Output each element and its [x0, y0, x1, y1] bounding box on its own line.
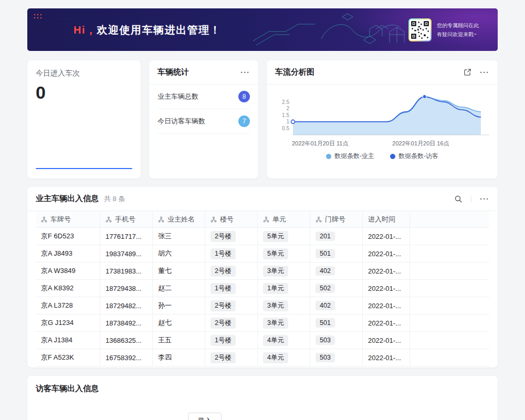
table-cell[interactable]: 李四	[153, 349, 205, 366]
table-cell[interactable]: 501	[310, 245, 363, 262]
table-cell[interactable]	[410, 349, 489, 366]
table-cell[interactable]: 2022-01-...	[363, 297, 410, 314]
table-cell[interactable]: 503	[310, 349, 363, 366]
table-cell[interactable]: 3单元	[258, 297, 310, 314]
table-cell[interactable]: 张三	[153, 228, 205, 245]
table-cell[interactable]: 16758392...	[100, 349, 153, 366]
table-cell[interactable]: 4单元	[258, 349, 310, 366]
column-header[interactable]: 业主姓名	[153, 211, 205, 228]
table-cell[interactable]: 京A L3728	[36, 297, 100, 314]
legend-item[interactable]: 数据条数-访客	[390, 152, 438, 161]
table-cell[interactable]: 2号楼	[205, 314, 258, 332]
table-cell[interactable]: 402	[310, 297, 363, 314]
table-cell[interactable]: 1号楼	[205, 280, 258, 297]
table-cell[interactable]: 京F 6D523	[36, 228, 100, 245]
table-cell[interactable]	[410, 245, 489, 262]
table-row: 京A L372818729482...孙一2号楼3单元4022022-01-..…	[36, 297, 489, 314]
load-button[interactable]: 载入	[188, 413, 222, 420]
more-icon[interactable]: ···	[480, 195, 489, 203]
svg-text:2.5: 2.5	[282, 99, 289, 105]
table-cell[interactable]: 2022-01-...	[363, 245, 410, 262]
table-cell[interactable]	[410, 280, 489, 297]
column-header[interactable]: 单元	[258, 211, 310, 228]
table-cell[interactable]: 2号楼	[205, 228, 258, 245]
column-header[interactable]: 手机号	[100, 211, 153, 228]
table-row: 京F A523K16758392...李四2号楼4单元5032022-01-..…	[36, 349, 489, 366]
table-cell[interactable]: 13686325...	[100, 332, 153, 349]
table-cell[interactable]: 胡六	[153, 245, 205, 262]
legend-dot	[390, 154, 395, 159]
table-cell[interactable]: 503	[310, 332, 363, 349]
table-cell[interactable]: 2022-01-...	[363, 228, 410, 245]
table-cell[interactable]: 18738492...	[100, 314, 153, 332]
cell-tag: 201	[316, 232, 335, 241]
table-cell[interactable]: 501	[310, 314, 363, 332]
legend-item[interactable]: 数据条数-业主	[326, 152, 374, 161]
more-icon[interactable]: ···	[480, 68, 489, 76]
table-cell[interactable]: 17381983...	[100, 262, 153, 280]
table-cell[interactable]: 1号楼	[205, 332, 258, 349]
table-cell[interactable]: 2022-01-...	[363, 280, 410, 297]
column-header[interactable]: 楼号	[205, 211, 258, 228]
svg-text:2022年01月20日 16点: 2022年01月20日 16点	[392, 140, 449, 146]
table-cell[interactable]: 402	[310, 262, 363, 280]
table-cell[interactable]: 2号楼	[205, 297, 258, 314]
table-cell[interactable]: 18729438...	[100, 280, 153, 297]
table-cell[interactable]: 京F A523K	[36, 349, 100, 366]
table-cell[interactable]: 1单元	[258, 280, 310, 297]
table-cell[interactable]: 18729482...	[100, 297, 153, 314]
search-icon[interactable]	[454, 195, 463, 203]
table-cell[interactable]: 1号楼	[205, 245, 258, 262]
table-cell[interactable]: 201	[310, 228, 363, 245]
qr-caption: 您的专属顾问在此 有疑问欢迎来戳~	[437, 21, 479, 39]
table-cell[interactable]: 19837489...	[100, 245, 153, 262]
table-cell[interactable]: 2022-01-...	[363, 262, 410, 280]
table-cell[interactable]: 2号楼	[205, 262, 258, 280]
table-cell[interactable]: 京A J1384	[36, 332, 100, 349]
table-cell[interactable]: 2022-01-...	[363, 314, 410, 332]
table-cell[interactable]	[410, 332, 489, 349]
table-cell[interactable]: 502	[310, 280, 363, 297]
more-icon[interactable]: ···	[240, 68, 250, 76]
table-cell[interactable]: 17761717...	[100, 228, 153, 245]
table-cell[interactable]: 2号楼	[205, 349, 258, 366]
table-cell[interactable]: 京A W3849	[36, 262, 100, 280]
table-cell[interactable]: 5单元	[258, 228, 310, 245]
cell-tag: 4单元	[263, 352, 288, 363]
table-cell[interactable]	[410, 262, 489, 280]
card-title: 车辆统计	[158, 67, 189, 77]
table-cell[interactable]	[410, 228, 489, 245]
column-label: 手机号	[115, 215, 135, 224]
table-cell[interactable]: 2022-01-...	[363, 332, 410, 349]
column-header-empty	[410, 211, 489, 228]
table-cell[interactable]: 京A J8493	[36, 245, 100, 262]
field-type-icon	[316, 216, 322, 223]
table-cell[interactable]: 4单元	[258, 332, 310, 349]
export-icon[interactable]	[464, 68, 471, 76]
table-cell[interactable]: 京A K8392	[36, 280, 100, 297]
table-row: 京G J123418738492...赵七2号楼3单元5012022-01-..…	[36, 314, 489, 332]
column-header[interactable]: 车牌号	[36, 211, 100, 228]
count-badge: 8	[238, 91, 250, 102]
table-cell[interactable]: 董七	[153, 262, 205, 280]
table-cell[interactable]: 2022-01-...	[363, 349, 410, 366]
column-label: 门牌号	[325, 215, 345, 224]
cell-tag: 503	[316, 353, 335, 362]
table-cell[interactable]: 孙一	[153, 297, 205, 314]
table-cell[interactable]: 赵二	[153, 280, 205, 297]
stat-row: 业主车辆总数8	[158, 85, 250, 109]
table-cell[interactable]	[410, 297, 489, 314]
table-cell[interactable]: 3单元	[258, 262, 310, 280]
stat-underline	[36, 168, 132, 169]
owner-table-head: 车牌号手机号业主姓名楼号单元门牌号进入时间	[36, 211, 489, 228]
table-cell[interactable]: 3单元	[258, 314, 310, 332]
field-type-icon	[263, 216, 269, 223]
stat-value: 0	[36, 82, 132, 103]
table-cell[interactable]: 京G J1234	[36, 314, 100, 332]
table-cell[interactable]: 5单元	[258, 245, 310, 262]
column-header[interactable]: 进入时间	[363, 211, 410, 228]
table-cell[interactable]: 赵七	[153, 314, 205, 332]
table-cell[interactable]: 王五	[153, 332, 205, 349]
table-cell[interactable]	[410, 314, 489, 332]
column-header[interactable]: 门牌号	[310, 211, 363, 228]
